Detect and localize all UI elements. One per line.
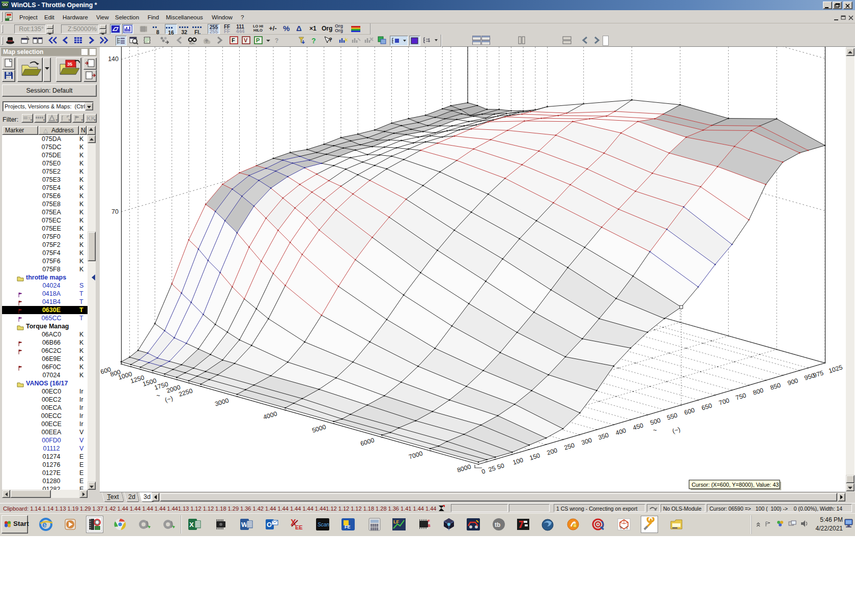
- svg-text:975: 975: [812, 369, 824, 379]
- svg-text:450: 450: [632, 422, 644, 431]
- svg-text:LF: LF: [393, 519, 399, 524]
- svg-text:70: 70: [111, 208, 119, 215]
- svg-text:Scan: Scan: [318, 522, 329, 527]
- svg-text:4000: 4000: [262, 410, 278, 421]
- svg-text:7000: 7000: [408, 450, 423, 461]
- svg-text:B: B: [428, 523, 431, 528]
- svg-text:5000: 5000: [311, 423, 327, 434]
- svg-text:350: 350: [597, 431, 610, 441]
- svg-text:~: ~: [653, 427, 657, 434]
- svg-text:140: 140: [108, 55, 119, 63]
- svg-text:Cursor: (X=600, Y=8000), Value: Cursor: (X=600, Y=8000), Value: 43: [692, 482, 779, 488]
- svg-text:600: 600: [683, 406, 696, 416]
- svg-text:50: 50: [496, 462, 505, 470]
- svg-text:8000: 8000: [456, 463, 472, 474]
- svg-text:~: ~: [156, 392, 160, 399]
- svg-text:650: 650: [701, 402, 713, 411]
- svg-text:(~): (~): [164, 395, 174, 404]
- svg-text:850: 850: [770, 381, 782, 391]
- svg-text:500: 500: [649, 416, 662, 426]
- svg-text:e: e: [42, 520, 47, 529]
- svg-text:EE: EE: [295, 524, 303, 530]
- svg-text:1: 1: [626, 526, 628, 529]
- svg-text:150: 150: [529, 452, 541, 461]
- svg-text:900: 900: [787, 377, 799, 386]
- svg-text:FE: FE: [345, 524, 351, 529]
- svg-text:X: X: [189, 521, 194, 528]
- svg-text:550: 550: [666, 411, 678, 421]
- svg-text:800: 800: [752, 386, 764, 396]
- svg-text:700: 700: [718, 397, 730, 406]
- svg-text:300: 300: [581, 436, 593, 446]
- svg-text:0: 0: [480, 467, 486, 475]
- svg-text:(~): (~): [671, 426, 681, 435]
- svg-text:400: 400: [615, 427, 627, 436]
- svg-text:0: 0: [620, 526, 622, 529]
- svg-text:tb: tb: [495, 521, 500, 528]
- svg-text:250: 250: [563, 441, 576, 451]
- svg-text:200: 200: [546, 446, 558, 456]
- svg-text:6000: 6000: [359, 436, 375, 447]
- svg-text:F: F: [428, 519, 430, 523]
- svg-text:100: 100: [512, 456, 524, 466]
- svg-text:25: 25: [488, 464, 496, 473]
- svg-text:750: 750: [735, 391, 747, 401]
- svg-text:O: O: [267, 521, 272, 528]
- svg-text:3000: 3000: [214, 397, 230, 408]
- svg-text:1025: 1025: [828, 363, 843, 375]
